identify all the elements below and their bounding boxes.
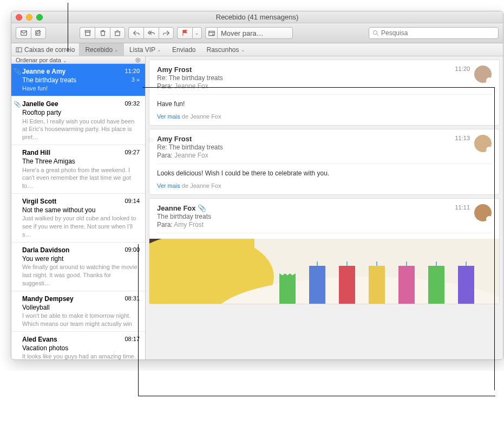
- sender: Aled Evans: [22, 335, 57, 344]
- subject: The birthday treats: [22, 76, 76, 84]
- avatar[interactable]: [474, 135, 492, 152]
- time: 09:32: [125, 100, 140, 108]
- compose-button[interactable]: [31, 27, 46, 39]
- subject: Re: The birthday treats: [157, 143, 455, 151]
- message-card[interactable]: ☆Amy FrostRe: The birthday treatsPara: J…: [149, 129, 500, 195]
- message-card[interactable]: Amy FrostRe: The birthday treatsPara: Je…: [149, 60, 500, 126]
- from: Amy Frost: [157, 66, 455, 74]
- subject: The Three Amigas: [22, 157, 75, 166]
- message-row[interactable]: 📎Janelle Gee09:32Rooftop partyHi Eden, I…: [11, 96, 145, 145]
- flag-button[interactable]: [177, 27, 192, 39]
- window-title: Recebido (41 mensagens): [216, 13, 298, 21]
- move-icon-button[interactable]: [205, 27, 217, 39]
- time: 11:20: [125, 67, 140, 76]
- message-row[interactable]: Mandy Dempsey08:31VolleyballI won't be a…: [11, 291, 145, 332]
- move-to-button[interactable]: Mover para…: [217, 27, 293, 39]
- attachment-image[interactable]: [149, 239, 499, 304]
- search-field[interactable]: [369, 27, 499, 39]
- to-label: Para:: [157, 221, 173, 228]
- to-label: Para:: [157, 152, 173, 159]
- message-list: Ordenar por data ⌄ ◎ 📎Jeanne e Amy11:20T…: [11, 56, 146, 359]
- search-input[interactable]: [381, 29, 495, 37]
- preview-text: Here's a great photo from the weekend. I…: [22, 166, 140, 191]
- message-row[interactable]: Virgil Scott09:14Not the same without yo…: [11, 194, 145, 243]
- see-more-link[interactable]: Ver mais de Jeanne Fox: [157, 182, 492, 189]
- delete-button[interactable]: [95, 27, 110, 39]
- preview-text: Hi Eden, I really wish you could have be…: [22, 117, 140, 142]
- attachment-icon: 📎: [198, 204, 206, 212]
- reply-all-button[interactable]: [143, 27, 159, 39]
- fav-item-recebido[interactable]: Recebido ⌄: [80, 43, 124, 56]
- close-window-button[interactable]: [16, 14, 22, 21]
- subject: Re: The birthday treats: [157, 74, 455, 82]
- svg-point-6: [374, 31, 377, 35]
- svg-rect-7: [16, 48, 22, 52]
- sender: Rand Hill: [22, 148, 50, 157]
- preview-text: It looks like you guys had an amazing ti…: [22, 352, 140, 359]
- to: Jeanne Fox: [174, 152, 208, 159]
- message-card[interactable]: Jeanne Fox 📎The birthday treatsPara: Amy…: [149, 198, 500, 304]
- titlebar[interactable]: Recebido (41 mensagens): [11, 11, 503, 23]
- to: Amy Frost: [174, 221, 204, 228]
- preview-text: Have fun!: [22, 84, 140, 93]
- fav-item-lista-vip[interactable]: Lista VIP ⌄: [124, 43, 167, 56]
- subject: Not the same without you: [22, 206, 95, 214]
- get-mail-button[interactable]: [16, 27, 31, 39]
- time: 11:13: [455, 135, 470, 141]
- subject: You were right: [22, 254, 63, 263]
- time: 08:17: [125, 335, 140, 344]
- message-row[interactable]: 📎Jeanne e Amy11:20The birthday treats3 »…: [11, 64, 145, 96]
- minimize-window-button[interactable]: [26, 14, 32, 21]
- star-icon[interactable]: ☆: [148, 136, 154, 144]
- preview-text: Just walked by your old cube and looked …: [22, 214, 140, 239]
- message-body: Looks delicious! Wish I could be there t…: [157, 169, 492, 177]
- forward-button[interactable]: [159, 27, 174, 39]
- subject: Vacation photos: [22, 344, 68, 352]
- mailboxes-toggle[interactable]: Caixas de correio: [11, 43, 80, 56]
- time: 11:11: [455, 204, 470, 211]
- message-row[interactable]: Aled Evans08:17Vacation photosIt looks l…: [11, 332, 145, 359]
- archive-button[interactable]: [80, 27, 95, 39]
- see-more-link[interactable]: Ver mais de Jeanne Fox: [157, 113, 492, 120]
- attachment-icon: 📎: [14, 100, 21, 108]
- message-list-items: 📎Jeanne e Amy11:20The birthday treats3 »…: [11, 64, 145, 359]
- sidebar-icon: [16, 47, 22, 53]
- thread-count: 3 »: [132, 76, 140, 84]
- subject: The birthday treats: [157, 213, 455, 220]
- junk-button[interactable]: [110, 27, 125, 39]
- sender: Mandy Dempsey: [22, 295, 74, 303]
- toolbar: ⌄ Mover para…: [11, 23, 503, 43]
- to-label: Para:: [157, 82, 173, 90]
- message-body: Have fun!: [157, 100, 492, 108]
- from: Amy Frost: [157, 135, 455, 143]
- svg-rect-4: [115, 32, 120, 36]
- search-icon: [372, 30, 379, 36]
- time: 11:20: [455, 66, 470, 72]
- flag-menu-button[interactable]: ⌄: [192, 27, 202, 39]
- from: Jeanne Fox 📎: [157, 204, 455, 212]
- sender: Virgil Scott: [22, 197, 56, 206]
- preview-pane: Amy FrostRe: The birthday treatsPara: Je…: [146, 56, 503, 359]
- fav-item-rascunhos[interactable]: Rascunhos ⌄: [201, 43, 250, 56]
- zoom-window-button[interactable]: [36, 14, 43, 21]
- sender: Jeanne e Amy: [22, 67, 66, 76]
- mail-window: Recebido (41 mensagens) ⌄ Mover para…: [11, 11, 503, 360]
- sender: Darla Davidson: [22, 246, 69, 254]
- message-row[interactable]: Darla Davidson09:00You were rightWe fina…: [11, 243, 145, 291]
- sort-button[interactable]: Ordenar por data ⌄: [16, 57, 67, 63]
- time: 09:14: [125, 197, 140, 206]
- fav-item-enviado[interactable]: Enviado: [167, 43, 201, 56]
- subject: Volleyball: [22, 303, 50, 312]
- favorites-bar: Caixas de correio Recebido ⌄Lista VIP ⌄E…: [11, 43, 503, 56]
- attachment-icon: 📎: [14, 68, 21, 76]
- move-to-label: Mover para…: [221, 29, 264, 37]
- message-row[interactable]: Rand Hill09:27The Three AmigasHere's a g…: [11, 145, 145, 194]
- preview-text: We finally got around to watching the mo…: [22, 263, 140, 287]
- reply-button[interactable]: [128, 27, 143, 39]
- avatar[interactable]: [474, 204, 492, 221]
- time: 08:31: [125, 295, 140, 303]
- main-body: Ordenar por data ⌄ ◎ 📎Jeanne e Amy11:20T…: [11, 56, 503, 359]
- avatar[interactable]: [474, 66, 492, 83]
- svg-rect-5: [208, 31, 214, 36]
- contact-icon[interactable]: ◎: [135, 56, 141, 63]
